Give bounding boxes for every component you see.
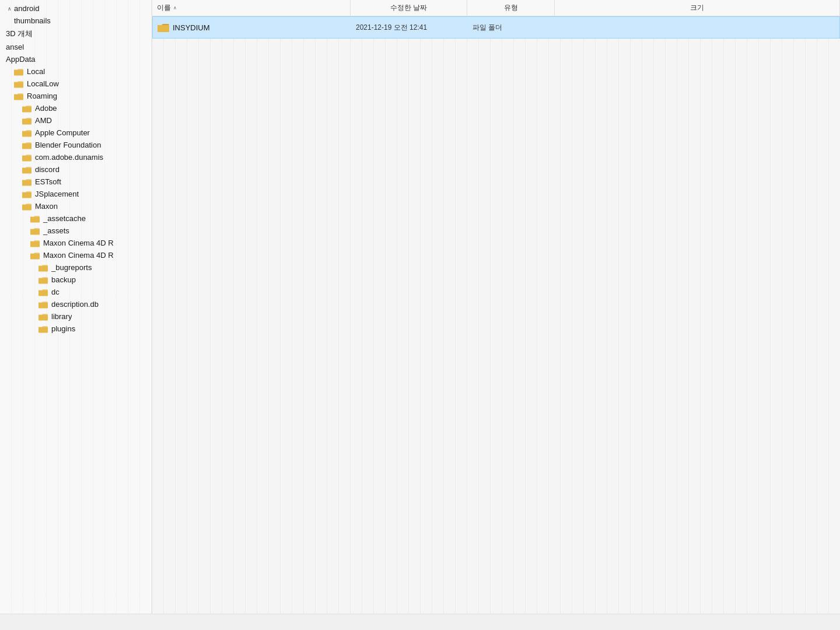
sidebar-item-label: dc xyxy=(51,288,60,296)
sidebar-item-label: AppData xyxy=(6,55,36,64)
sidebar-item-label: library xyxy=(51,312,72,321)
sidebar-item-android[interactable]: ∧android xyxy=(0,2,152,15)
col-header-type[interactable]: 유형 xyxy=(467,0,555,16)
sidebar-item-label: JSplacement xyxy=(35,190,79,198)
sidebar-item-estsoft[interactable]: ESTsoft xyxy=(0,176,152,188)
sidebar-item-label: _assets xyxy=(43,226,69,235)
sidebar-item-label: Local xyxy=(27,67,45,76)
svg-rect-31 xyxy=(30,253,40,258)
sidebar-item-label: AMD xyxy=(35,116,52,125)
svg-rect-1 xyxy=(14,69,23,75)
sidebar-item-blender-foundation[interactable]: Blender Foundation xyxy=(0,139,152,151)
sidebar-item-library[interactable]: library xyxy=(0,310,152,323)
folder-icon xyxy=(38,325,48,333)
svg-rect-13 xyxy=(22,143,32,148)
svg-rect-9 xyxy=(22,118,32,124)
sidebar-item-jsplacement[interactable]: JSplacement xyxy=(0,188,152,200)
sidebar-item-adobe[interactable]: Adobe xyxy=(0,102,152,114)
sidebar-item-label: Adobe xyxy=(35,104,57,113)
sidebar-item-roaming[interactable]: Roaming xyxy=(0,90,152,102)
sidebar-item-label: Maxon xyxy=(35,202,58,211)
folder-icon xyxy=(14,92,23,100)
sidebar-item-label: description.db xyxy=(51,300,99,309)
svg-rect-15 xyxy=(22,155,32,160)
file-list[interactable]: INSYDIUM2021-12-19 오전 12:41파일 폴더 xyxy=(152,16,840,614)
sidebar-item-label: plugins xyxy=(51,324,75,333)
col-header-name[interactable]: 이를 ∧ xyxy=(152,0,351,16)
sidebar-item-maxon-cinema-4d-r1[interactable]: Maxon Cinema 4D R xyxy=(0,237,152,249)
svg-rect-17 xyxy=(22,167,32,173)
sidebar-item-3d-objects[interactable]: 3D 개체 xyxy=(0,27,152,41)
sidebar-item-maxon[interactable]: Maxon xyxy=(0,200,152,212)
sidebar-item-assets[interactable]: _assets xyxy=(0,225,152,237)
folder-icon xyxy=(22,153,32,162)
file-folder-icon xyxy=(158,22,169,33)
folder-icon xyxy=(14,80,23,88)
sidebar-item-bugreports[interactable]: _bugreports xyxy=(0,261,152,274)
sidebar-item-label: com.adobe.dunamis xyxy=(35,153,103,162)
sidebar-item-label: discord xyxy=(35,165,60,174)
svg-rect-39 xyxy=(38,302,48,307)
sidebar-item-plugins[interactable]: plugins xyxy=(0,323,152,335)
sidebar-item-local[interactable]: Local xyxy=(0,65,152,78)
table-row[interactable]: INSYDIUM2021-12-19 오전 12:41파일 폴더 xyxy=(152,16,840,38)
file-name: INSYDIUM xyxy=(173,23,210,32)
sidebar-item-maxon-cinema-4d-r2[interactable]: Maxon Cinema 4D R xyxy=(0,249,152,261)
svg-rect-44 xyxy=(158,25,169,32)
folder-icon xyxy=(22,178,32,186)
sidebar-item-label: Apple Computer xyxy=(35,128,90,137)
svg-rect-19 xyxy=(22,180,32,185)
col-header-size[interactable]: 크기 xyxy=(555,0,840,16)
sidebar-item-localLow[interactable]: LocalLow xyxy=(0,78,152,90)
sidebar-item-label: thumbnails xyxy=(14,16,51,25)
sidebar-item-label: ansel xyxy=(6,43,24,51)
sidebar-item-thumbnails[interactable]: thumbnails xyxy=(0,15,152,27)
svg-rect-5 xyxy=(14,94,23,99)
folder-icon xyxy=(22,129,32,137)
sidebar-item-apple-computer[interactable]: Apple Computer xyxy=(0,127,152,139)
file-size-cell xyxy=(555,17,839,38)
folder-icon xyxy=(22,190,32,198)
sidebar-item-description-db[interactable]: description.db xyxy=(0,298,152,310)
expand-arrow-icon[interactable]: ∧ xyxy=(6,5,13,12)
svg-rect-25 xyxy=(30,216,40,222)
sidebar-item-assetcache[interactable]: _assetcache xyxy=(0,212,152,225)
col-date-label: 수정한 날짜 xyxy=(390,3,427,13)
col-name-label: 이를 xyxy=(157,3,171,13)
sidebar-item-label: Maxon Cinema 4D R xyxy=(43,239,114,247)
sort-arrow-name: ∧ xyxy=(173,5,177,10)
sidebar-item-label: backup xyxy=(51,275,76,284)
sidebar-item-discord[interactable]: discord xyxy=(0,163,152,176)
folder-icon xyxy=(22,202,32,211)
sidebar-item-label: ESTsoft xyxy=(35,177,61,186)
sidebar-item-appdata[interactable]: AppData xyxy=(0,53,152,65)
svg-rect-11 xyxy=(22,131,32,136)
sidebar-item-backup[interactable]: backup xyxy=(0,274,152,286)
main-content: 이를 ∧ 수정한 날짜 유형 크기 INSYDIUM2021-12-19 오전 … xyxy=(152,0,840,614)
col-type-label: 유형 xyxy=(504,3,518,13)
file-date-cell: 2021-12-19 오전 12:41 xyxy=(351,17,468,38)
folder-icon xyxy=(30,227,40,235)
sidebar[interactable]: ∧androidthumbnails3D 개체anselAppData Loca… xyxy=(0,0,152,614)
sidebar-item-ansel[interactable]: ansel xyxy=(0,41,152,53)
col-header-date[interactable]: 수정한 날짜 xyxy=(351,0,467,16)
folder-icon xyxy=(38,313,48,321)
sidebar-item-label: _assetcache xyxy=(43,214,86,223)
folder-icon xyxy=(38,276,48,284)
sidebar-item-com-adobe-dunamis[interactable]: com.adobe.dunamis xyxy=(0,151,152,163)
col-size-label: 크기 xyxy=(690,3,704,13)
svg-rect-35 xyxy=(38,278,48,283)
status-bar xyxy=(0,614,840,630)
file-name-cell: INSYDIUM xyxy=(153,17,351,38)
svg-rect-3 xyxy=(14,82,23,87)
folder-icon xyxy=(38,264,48,272)
sidebar-item-dc[interactable]: dc xyxy=(0,286,152,298)
sidebar-item-amd[interactable]: AMD xyxy=(0,114,152,127)
column-headers: 이를 ∧ 수정한 날짜 유형 크기 xyxy=(152,0,840,16)
sidebar-item-label: LocalLow xyxy=(27,79,59,88)
svg-rect-41 xyxy=(38,314,48,320)
sidebar-item-label: Blender Foundation xyxy=(35,141,101,149)
folder-icon xyxy=(30,239,40,247)
folder-icon xyxy=(38,288,48,296)
folder-icon xyxy=(22,117,32,125)
